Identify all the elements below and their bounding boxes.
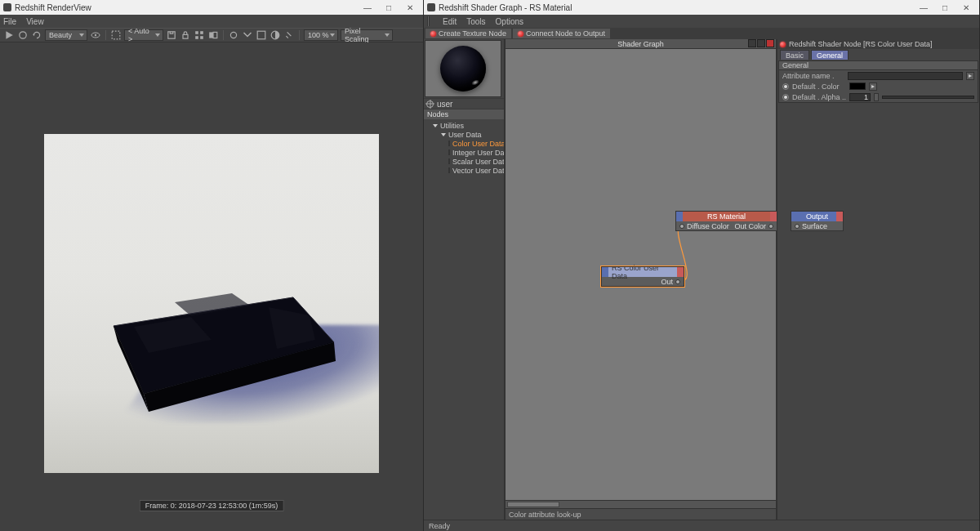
status-bar: Ready <box>424 520 979 531</box>
refresh-button[interactable] <box>31 29 42 41</box>
led-icon <box>518 31 523 37</box>
tree-item-integer[interactable]: Integer User Data <box>425 148 502 157</box>
node-title: RS Color User Data <box>608 267 677 277</box>
menu-edit[interactable]: Edit <box>443 17 457 26</box>
node-type-icon <box>448 167 450 173</box>
svg-rect-12 <box>209 32 213 38</box>
graph-scrollbar[interactable] <box>506 500 776 508</box>
input-port[interactable] <box>679 224 684 229</box>
create-texture-button[interactable]: Create Texture Node <box>425 29 511 38</box>
picker-button[interactable] <box>256 29 267 41</box>
svg-rect-8 <box>195 31 198 34</box>
svg-marker-2 <box>33 34 34 36</box>
chevron-down-icon[interactable] <box>242 29 253 41</box>
menu-view[interactable]: View <box>26 17 44 26</box>
close-button[interactable]: ✕ <box>956 2 976 13</box>
graph-frame-button[interactable] <box>748 39 756 47</box>
menu-grip-icon[interactable] <box>427 16 430 26</box>
contrast-button[interactable] <box>270 29 281 41</box>
chevron-down-icon <box>432 123 438 128</box>
window-title: Redshift RenderView <box>15 3 91 12</box>
tree-item-color[interactable]: Color User Data <box>425 139 502 148</box>
svg-rect-15 <box>257 31 265 39</box>
grid-button[interactable] <box>194 29 205 41</box>
graph-expand-button[interactable] <box>757 39 765 47</box>
tree-item-scalar[interactable]: Scalar User Data <box>425 157 502 166</box>
minimize-button[interactable]: — <box>914 2 933 13</box>
svg-point-14 <box>230 32 236 38</box>
renderview-titlebar[interactable]: Redshift RenderView — □ ✕ <box>0 0 423 15</box>
user-label: user <box>437 100 452 109</box>
attr-attribute-name: Attribute name . ▸ <box>779 70 978 81</box>
minimize-button[interactable]: — <box>358 2 377 13</box>
svg-rect-5 <box>112 31 120 39</box>
node-rs-material[interactable]: RS Material Diffuse Color Out Color <box>675 211 777 231</box>
node-tree[interactable]: Utilities User Data Color User Data Inte… <box>424 119 504 520</box>
app-icon <box>3 3 11 11</box>
cassette-model <box>85 248 363 412</box>
render-button[interactable] <box>3 29 15 41</box>
svg-point-4 <box>95 34 96 36</box>
tree-utilities[interactable]: Utilities <box>425 121 502 130</box>
default-color-swatch[interactable] <box>849 83 866 90</box>
svg-marker-0 <box>6 31 12 39</box>
graph-close-button[interactable] <box>766 39 774 47</box>
stop-button[interactable] <box>17 29 29 41</box>
svg-rect-9 <box>200 31 203 34</box>
scroll-thumb[interactable] <box>507 502 559 507</box>
output-port[interactable] <box>768 224 773 229</box>
input-port[interactable] <box>795 224 800 229</box>
node-type-icon <box>448 158 450 164</box>
radio-default-alpha[interactable] <box>782 94 789 100</box>
default-alpha-input[interactable] <box>849 93 871 101</box>
color-picker-button[interactable]: ▸ <box>869 83 877 91</box>
auto-select[interactable]: < Auto > <box>124 29 163 41</box>
shadergraph-window: Redshift Shader Graph - RS Material — □ … <box>424 0 980 531</box>
menu-file[interactable]: File <box>3 17 16 26</box>
close-button[interactable]: ✕ <box>400 2 420 13</box>
nodes-header: Nodes <box>424 109 504 119</box>
led-icon <box>430 31 436 37</box>
svg-point-1 <box>20 32 26 38</box>
maximize-button[interactable]: □ <box>935 2 955 13</box>
attr-tabs: Basic General <box>777 49 979 60</box>
chevron-down-icon <box>440 132 446 137</box>
renderview-window: Redshift RenderView — □ ✕ File View Beau… <box>0 0 424 531</box>
user-row[interactable]: user <box>424 98 504 109</box>
radio-default-color[interactable] <box>782 83 789 90</box>
region-button[interactable] <box>110 29 122 41</box>
menu-tools[interactable]: Tools <box>466 17 485 26</box>
tools-button[interactable] <box>283 29 295 41</box>
circle-button[interactable] <box>228 29 239 41</box>
graph-canvas[interactable]: RS Material Diffuse Color Out Color Outp… <box>506 49 776 500</box>
renderview-menubar: File View <box>0 15 423 28</box>
aov-select[interactable]: Beauty <box>45 29 87 41</box>
attr-header: Redshift Shader Node [RS Color User Data… <box>777 39 979 49</box>
zoom-select[interactable]: 100 % <box>304 29 338 41</box>
renderview-toolbar: Beauty < Auto > 100 % Pixel Scaling <box>0 28 423 42</box>
tab-basic[interactable]: Basic <box>780 50 809 60</box>
menu-options[interactable]: Options <box>496 17 523 26</box>
tree-userdata[interactable]: User Data <box>425 130 502 139</box>
eye-button[interactable] <box>90 29 101 41</box>
output-port[interactable] <box>675 279 680 284</box>
store-button[interactable] <box>166 29 177 41</box>
tree-item-vector[interactable]: Vector User Data <box>425 166 502 175</box>
attrname-picker[interactable]: ▸ <box>966 72 974 80</box>
shadergraph-titlebar[interactable]: Redshift Shader Graph - RS Material — □ … <box>424 0 979 15</box>
maximize-button[interactable]: □ <box>379 2 399 13</box>
node-color-userdata[interactable]: RS Color User Data Out <box>601 266 684 287</box>
stepper-icon[interactable] <box>874 93 879 101</box>
render-viewport[interactable]: Frame: 0: 2018-07-23 12:53:00 (1m:59s) <box>0 42 423 531</box>
material-preview[interactable] <box>425 40 501 97</box>
default-alpha-slider[interactable] <box>882 96 974 99</box>
node-output[interactable]: Output Surface <box>791 211 844 231</box>
lock-button[interactable] <box>180 29 191 41</box>
scaling-select[interactable]: Pixel Scaling <box>341 29 393 41</box>
connect-output-button[interactable]: Connect Node to Output <box>513 29 610 38</box>
tab-general[interactable]: General <box>811 50 849 60</box>
attrname-input[interactable] <box>848 72 963 80</box>
svg-rect-13 <box>213 32 217 38</box>
node-type-icon <box>448 149 450 155</box>
compare-button[interactable] <box>207 29 219 41</box>
